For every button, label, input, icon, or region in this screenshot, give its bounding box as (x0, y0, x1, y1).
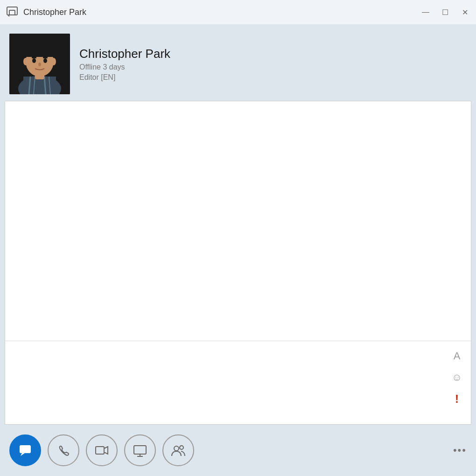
emoji-button[interactable]: ☺ (448, 369, 465, 386)
input-area[interactable]: A ☺ ! (5, 341, 471, 425)
window-controls: — ☐ ✕ (420, 7, 470, 18)
svg-rect-0 (7, 7, 17, 15)
profile-header: Christopher Park Offline 3 days Editor [… (5, 29, 471, 101)
window-title: Christopher Park (23, 7, 86, 17)
svg-rect-13 (26, 49, 54, 57)
title-bar: Christopher Park — ☐ ✕ (0, 0, 476, 24)
svg-rect-1 (9, 10, 15, 15)
profile-role: Editor [EN] (79, 73, 170, 82)
chat-icon (6, 6, 19, 19)
svg-point-29 (180, 446, 183, 449)
svg-point-19 (23, 58, 28, 65)
title-left: Christopher Park (6, 6, 86, 19)
svg-point-15 (43, 58, 47, 63)
svg-rect-25 (134, 446, 146, 454)
svg-point-18 (38, 63, 41, 66)
svg-rect-21 (20, 445, 31, 453)
chat-button[interactable] (9, 434, 41, 466)
input-toolbar: A ☺ ! (448, 348, 465, 407)
svg-point-14 (32, 58, 36, 63)
svg-rect-16 (32, 57, 36, 58)
svg-point-28 (174, 446, 179, 451)
group-button[interactable] (162, 434, 194, 466)
video-button[interactable] (86, 434, 118, 466)
screenshare-button[interactable] (124, 434, 156, 466)
svg-rect-17 (43, 57, 48, 58)
profile-status: Offline 3 days (79, 63, 170, 71)
avatar (9, 34, 70, 94)
font-button[interactable]: A (448, 348, 465, 364)
urgent-button[interactable]: ! (448, 391, 465, 407)
minimize-button[interactable]: — (420, 7, 431, 18)
profile-name: Christopher Park (79, 47, 170, 61)
more-options-button[interactable]: ••• (453, 444, 467, 456)
main-container: Christopher Park Offline 3 days Editor [… (0, 24, 476, 425)
call-button[interactable] (48, 434, 79, 466)
svg-marker-24 (104, 447, 108, 454)
svg-point-20 (51, 58, 56, 65)
bottom-toolbar: ••• (0, 425, 476, 476)
svg-marker-22 (21, 453, 25, 456)
close-button[interactable]: ✕ (459, 7, 470, 18)
svg-rect-23 (96, 447, 104, 454)
profile-info: Christopher Park Offline 3 days Editor [… (70, 47, 170, 82)
maximize-button[interactable]: ☐ (440, 7, 451, 18)
chat-message-area (5, 101, 471, 341)
